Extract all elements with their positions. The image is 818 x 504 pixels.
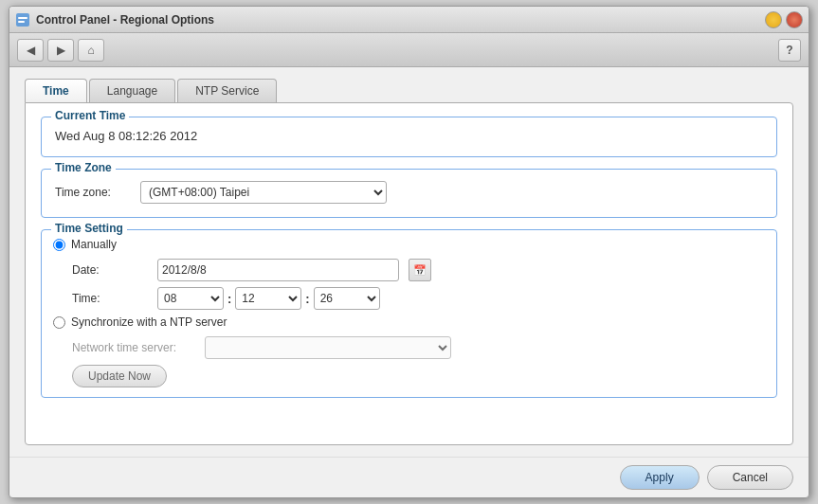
date-label: Date: — [72, 263, 148, 277]
current-time-legend: Current Time — [51, 109, 129, 122]
footer: Apply Cancel — [9, 457, 809, 497]
nts-select[interactable] — [205, 336, 451, 359]
nts-row: Network time server: — [72, 336, 765, 359]
tab-ntp-service[interactable]: NTP Service — [177, 79, 277, 102]
date-input[interactable] — [157, 259, 399, 281]
current-time-group: Current Time Wed Aug 8 08:12:26 2012 — [41, 117, 777, 157]
time-selects: 0001020304050607080910111213141516171819… — [157, 287, 380, 310]
title-bar: Control Panel - Regional Options — [9, 7, 809, 33]
nav-bar: ◀ ▶ ⌂ ? — [9, 33, 809, 67]
svg-rect-1 — [18, 17, 27, 19]
window-icon — [15, 12, 30, 27]
time-setting-group: Time Setting Manually Date: 📅 Time: — [41, 229, 777, 398]
manually-label[interactable]: Manually — [71, 238, 117, 251]
window-controls — [765, 11, 803, 28]
cancel-button[interactable]: Cancel — [707, 465, 793, 490]
hour-select[interactable]: 0001020304050607080910111213141516171819… — [157, 287, 224, 310]
current-time-value: Wed Aug 8 08:12:26 2012 — [53, 125, 765, 147]
time-label: Time: — [72, 292, 148, 305]
apply-button[interactable]: Apply — [620, 465, 700, 490]
tab-bar: Time Language NTP Service — [25, 79, 793, 102]
tab-panel-time: Current Time Wed Aug 8 08:12:26 2012 Tim… — [25, 102, 793, 445]
calendar-button[interactable]: 📅 — [409, 259, 431, 281]
forward-icon: ▶ — [57, 44, 65, 57]
tab-time[interactable]: Time — [25, 79, 87, 102]
time-zone-group: Time Zone Time zone: (GMT+08:00) Taipei(… — [41, 169, 777, 218]
time-zone-row: Time zone: (GMT+08:00) Taipei(GMT+00:00)… — [53, 177, 765, 207]
manually-radio[interactable] — [53, 239, 65, 251]
ntp-sync-row: Synchronize with a NTP server — [53, 315, 765, 329]
main-window: Control Panel - Regional Options ◀ ▶ ⌂ ?… — [9, 6, 809, 498]
ntp-sync-label[interactable]: Synchronize with a NTP server — [71, 315, 227, 329]
close-button[interactable] — [786, 11, 803, 28]
time-row: Time: 0001020304050607080910111213141516… — [72, 287, 765, 310]
forward-button[interactable]: ▶ — [47, 39, 74, 62]
ntp-sync-radio[interactable] — [53, 316, 65, 329]
time-zone-select[interactable]: (GMT+08:00) Taipei(GMT+00:00) UTC(GMT-05… — [140, 181, 387, 204]
window-title: Control Panel - Regional Options — [36, 13, 765, 27]
colon-1: : — [227, 292, 231, 306]
manually-row: Manually — [53, 238, 765, 251]
minute-select[interactable]: 0001020304050607080910111213141516171819… — [235, 287, 301, 310]
tab-language[interactable]: Language — [89, 79, 175, 102]
svg-rect-0 — [16, 13, 29, 27]
calendar-icon: 📅 — [413, 264, 427, 277]
update-now-button[interactable]: Update Now — [72, 365, 167, 387]
time-zone-legend: Time Zone — [51, 161, 116, 174]
back-icon: ◀ — [27, 44, 35, 57]
second-select[interactable]: 0001020304050607080910111213141516171819… — [314, 287, 380, 310]
home-button[interactable]: ⌂ — [78, 39, 104, 62]
back-button[interactable]: ◀ — [17, 39, 44, 62]
home-icon: ⌂ — [87, 44, 94, 57]
time-zone-label: Time zone: — [55, 186, 131, 199]
date-row: Date: 📅 — [72, 259, 765, 281]
help-icon: ? — [786, 44, 792, 57]
help-button[interactable]: ? — [778, 39, 801, 62]
content-area: Time Language NTP Service Current Time W… — [9, 67, 809, 457]
colon-2: : — [305, 292, 309, 306]
svg-rect-2 — [18, 21, 25, 23]
time-setting-legend: Time Setting — [51, 222, 127, 235]
nts-label: Network time server: — [72, 341, 195, 354]
minimize-button[interactable] — [765, 11, 782, 28]
